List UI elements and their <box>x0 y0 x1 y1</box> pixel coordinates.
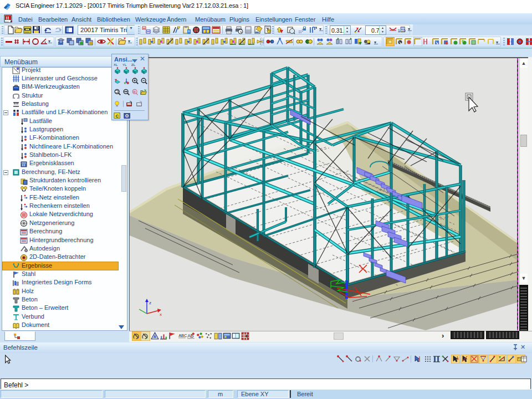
svg-text:x: x <box>160 312 162 317</box>
svg-text:z: z <box>149 300 151 305</box>
svg-text:C: C <box>116 114 119 119</box>
svg-text:R: R <box>134 90 136 94</box>
svg-text:ABC: ABC <box>178 333 187 338</box>
